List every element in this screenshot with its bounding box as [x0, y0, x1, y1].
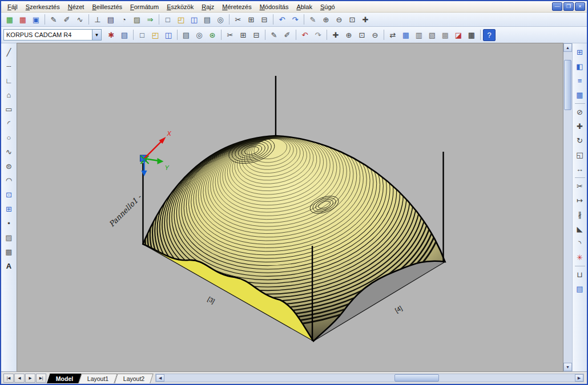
- zoom-extents-icon[interactable]: ⊡: [346, 14, 359, 26]
- undo-icon[interactable]: ↶: [276, 14, 288, 26]
- orbit-icon[interactable]: ◔: [118, 14, 130, 26]
- pan-icon[interactable]: ✚: [359, 14, 372, 26]
- undo-icon[interactable]: ↶: [299, 29, 311, 41]
- scroll-left-button[interactable]: ◀: [156, 374, 164, 382]
- make-block-icon[interactable]: ⊞: [2, 202, 16, 216]
- cut-icon[interactable]: ✂: [232, 14, 244, 26]
- rectangle-icon[interactable]: ▭: [2, 102, 16, 116]
- publish-icon[interactable]: ⊛: [206, 29, 219, 41]
- paste-icon[interactable]: ⊟: [258, 14, 271, 26]
- calculator-icon[interactable]: ▦: [465, 29, 478, 41]
- cam-solid-icon[interactable]: ▣: [30, 14, 42, 26]
- tab-model[interactable]: Model: [47, 374, 82, 383]
- help-icon[interactable]: ?: [483, 29, 496, 41]
- hatch-icon[interactable]: ▨: [2, 230, 16, 245]
- menu-fajl[interactable]: Fájl: [3, 2, 22, 11]
- construction-line-icon[interactable]: ┄: [2, 59, 16, 74]
- region-icon[interactable]: ▩: [2, 245, 16, 259]
- cam-project-combo[interactable]: KORPUS CADCAM R4 ▼: [3, 29, 102, 40]
- table-icon[interactable]: ▦: [400, 29, 412, 41]
- rotate-icon[interactable]: ↻: [573, 133, 587, 148]
- menu-beillesztes[interactable]: Beillesztés: [88, 2, 126, 11]
- copy-object-icon[interactable]: ⊞: [573, 45, 587, 59]
- layers-icon[interactable]: ▤: [118, 29, 131, 41]
- properties-icon[interactable]: ▤: [573, 282, 587, 296]
- point-icon[interactable]: •: [2, 216, 16, 230]
- minimize-button[interactable]: —: [552, 2, 562, 11]
- line-icon[interactable]: ╱: [2, 45, 16, 59]
- array-icon[interactable]: ▦: [573, 88, 587, 102]
- menu-rajz[interactable]: Rajz: [198, 2, 218, 11]
- mirror-icon[interactable]: ◧: [573, 59, 587, 74]
- horizontal-scrollbar[interactable]: ◀ ▶: [155, 374, 584, 382]
- circle-icon[interactable]: ○: [2, 131, 16, 145]
- zoom-out-icon[interactable]: ⊖: [333, 14, 345, 26]
- preview-icon[interactable]: ◎: [214, 14, 227, 26]
- first-tab-button[interactable]: |◀: [3, 374, 14, 383]
- scroll-up-button[interactable]: ▲: [563, 43, 572, 52]
- scroll-down-button[interactable]: ▼: [563, 363, 572, 371]
- extend-icon[interactable]: ↦: [573, 193, 587, 208]
- pan-icon[interactable]: ✚: [329, 29, 342, 41]
- open-file-icon[interactable]: ◰: [149, 29, 162, 41]
- insert-block-icon[interactable]: ⊡: [2, 188, 16, 202]
- close-button[interactable]: ×: [575, 2, 585, 11]
- spline-pencil-icon[interactable]: ✐: [61, 14, 73, 26]
- menu-szerkesztes[interactable]: Szerkesztés: [22, 2, 64, 11]
- image-icon[interactable]: ▩: [439, 29, 452, 41]
- copy-icon[interactable]: ⊞: [237, 29, 249, 41]
- restore-button[interactable]: ❐: [563, 2, 574, 11]
- sketch-icon[interactable]: ✎: [307, 14, 319, 26]
- combo-dropdown-arrow[interactable]: ▼: [92, 30, 101, 40]
- zoom-in-icon[interactable]: ⊕: [320, 14, 332, 26]
- markup-icon[interactable]: ▧: [426, 29, 438, 41]
- prev-tab-button[interactable]: ◀: [14, 374, 25, 383]
- open-file-icon[interactable]: ◰: [175, 14, 187, 26]
- ellipse-icon[interactable]: ⊜: [2, 159, 16, 173]
- pencil-icon[interactable]: ✎: [47, 14, 60, 26]
- explode-icon[interactable]: ✳: [573, 250, 587, 265]
- drawing-canvas[interactable]: X Y Pannello1 - [3] [4]: [17, 43, 563, 371]
- next-tab-button[interactable]: ▶: [25, 374, 35, 383]
- vertical-scrollbar[interactable]: ▲ ▼: [563, 43, 572, 371]
- tab-layout2[interactable]: Layout2: [114, 374, 154, 383]
- join-icon[interactable]: ⊔: [573, 268, 587, 282]
- menu-nezet[interactable]: Nézet: [64, 2, 88, 11]
- polygon-icon[interactable]: ⌂: [2, 88, 16, 102]
- stretch-icon[interactable]: ↔: [573, 162, 587, 176]
- fillet-icon[interactable]: ◝: [573, 236, 587, 250]
- zoom-realtime-icon[interactable]: ⊕: [343, 29, 355, 41]
- save-icon[interactable]: ◫: [162, 29, 175, 41]
- curve-icon[interactable]: ∿: [74, 14, 86, 26]
- new-file-icon[interactable]: □: [136, 29, 148, 41]
- offset-icon[interactable]: ≡: [573, 74, 587, 88]
- menu-eszkozok[interactable]: Eszközök: [163, 2, 198, 11]
- menu-modositas[interactable]: Módosítás: [256, 2, 293, 11]
- view-icon[interactable]: ▤: [104, 14, 117, 26]
- cam-table-red-icon[interactable]: ▦: [17, 14, 29, 26]
- ole-icon[interactable]: ◪: [452, 29, 465, 41]
- cut-icon[interactable]: ✂: [224, 29, 236, 41]
- break-icon[interactable]: ∦: [573, 208, 587, 222]
- redo-icon[interactable]: ↷: [289, 14, 301, 26]
- polyline-edit-icon[interactable]: ✐: [281, 29, 293, 41]
- menu-meretezes[interactable]: Méretezés: [218, 2, 255, 11]
- zoom-window-icon[interactable]: ⊡: [356, 29, 368, 41]
- spline-icon[interactable]: ∿: [2, 145, 16, 159]
- menu-sugo[interactable]: Súgó: [316, 2, 339, 11]
- scroll-right-button[interactable]: ▶: [575, 374, 583, 382]
- arc-icon[interactable]: ◜: [2, 116, 16, 131]
- horizontal-scroll-thumb[interactable]: [394, 374, 439, 382]
- export-icon[interactable]: ⇒: [144, 14, 156, 26]
- save-icon[interactable]: ◫: [188, 14, 200, 26]
- vertical-scroll-track[interactable]: [563, 52, 572, 363]
- move-icon[interactable]: ✚: [573, 119, 587, 133]
- trim-icon[interactable]: ✂: [573, 179, 587, 193]
- named-ucs-icon[interactable]: ⊥: [91, 14, 104, 26]
- measure-icon[interactable]: ⇄: [386, 29, 399, 41]
- pencil-icon[interactable]: ✎: [268, 29, 280, 41]
- menu-ablak[interactable]: Ablak: [292, 2, 316, 11]
- plot-icon[interactable]: ▤: [180, 29, 192, 41]
- plot-preview-icon[interactable]: ◎: [193, 29, 206, 41]
- zoom-previous-icon[interactable]: ⊖: [369, 29, 381, 41]
